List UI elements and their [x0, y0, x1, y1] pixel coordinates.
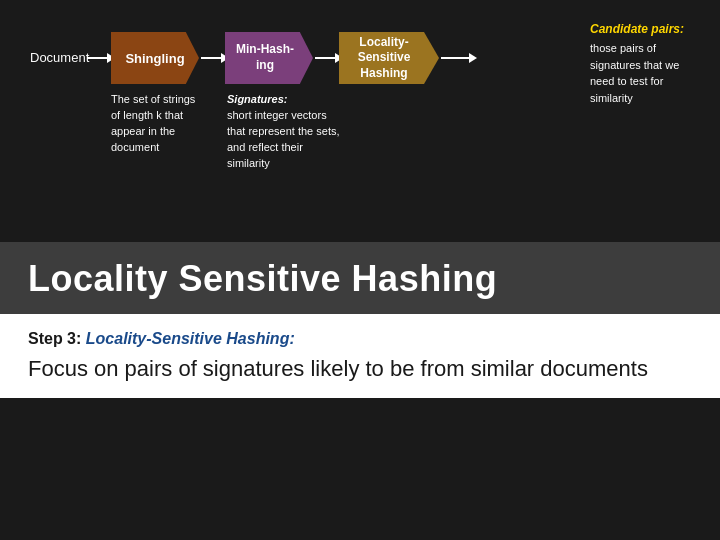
arrow-2 [201, 57, 223, 59]
step3-bold: Step 3: [28, 330, 81, 347]
candidate-pairs-box: Candidate pairs: those pairs of signatur… [590, 20, 700, 106]
step3-description: Focus on pairs of signatures likely to b… [28, 354, 692, 384]
middle-section: Locality Sensitive Hashing [0, 242, 720, 314]
step3-line: Step 3: Locality-Sensitive Hashing: [28, 330, 692, 348]
arrow-3 [315, 57, 337, 59]
signatures-desc: Signatures: short integer vectors that r… [227, 92, 347, 172]
arrow-1 [87, 57, 109, 59]
minhashing-box: Min-Hash- ing [225, 32, 313, 84]
candidate-pairs-title: Candidate pairs: [590, 20, 700, 38]
shingling-box: Shingling [111, 32, 199, 84]
lsh-title: Locality Sensitive Hashing [28, 258, 497, 300]
arrow-4 [441, 57, 471, 59]
candidate-pairs-desc: those pairs of signatures that we need t… [590, 40, 700, 106]
bottom-section: Step 3: Locality-Sensitive Hashing: Focu… [0, 314, 720, 398]
step3-italic: Locality-Sensitive Hashing: [86, 330, 295, 347]
signatures-label: Signatures: [227, 92, 347, 108]
document-label: Document [30, 50, 85, 67]
shingling-desc: The set of strings of length k that appe… [111, 92, 206, 156]
lsh-box: Locality- Sensitive Hashing [339, 32, 439, 84]
